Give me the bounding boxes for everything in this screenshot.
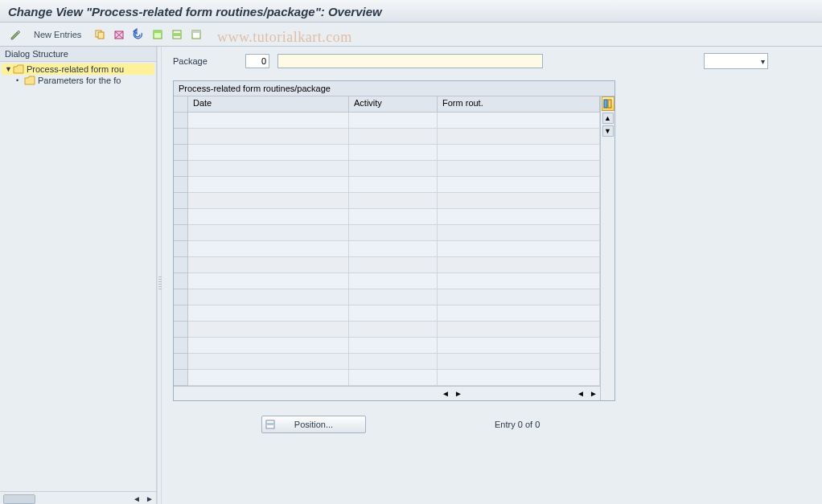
- cell-activity[interactable]: [349, 177, 438, 193]
- select-block-button[interactable]: [168, 26, 186, 43]
- scroll-up-icon[interactable]: ▲: [602, 113, 614, 124]
- table-row[interactable]: [174, 145, 600, 161]
- copy-as-button[interactable]: [91, 26, 109, 43]
- cell-form-rout[interactable]: [438, 273, 600, 289]
- table-row[interactable]: [174, 257, 600, 273]
- row-selector[interactable]: [174, 257, 188, 273]
- cell-date[interactable]: [188, 225, 349, 241]
- scroll-right-icon[interactable]: ►: [587, 389, 600, 398]
- table-row[interactable]: [174, 305, 600, 322]
- cell-date[interactable]: [188, 193, 349, 209]
- cell-form-rout[interactable]: [438, 209, 600, 225]
- table-row[interactable]: [174, 354, 600, 370]
- table-row[interactable]: [174, 241, 600, 257]
- package-name-input[interactable]: [277, 54, 543, 68]
- toggle-display-change-button[interactable]: [6, 26, 24, 43]
- cell-activity[interactable]: [349, 354, 438, 370]
- scroll-right-icon[interactable]: ►: [143, 494, 156, 503]
- row-selector-header[interactable]: [174, 96, 188, 113]
- cell-form-rout[interactable]: [438, 161, 600, 177]
- deselect-all-button[interactable]: [187, 26, 205, 43]
- row-selector[interactable]: [174, 338, 188, 354]
- cell-form-rout[interactable]: [438, 193, 600, 209]
- row-selector[interactable]: [174, 370, 188, 386]
- sidebar-horizontal-scrollbar[interactable]: ◄ ►: [0, 491, 156, 504]
- cell-form-rout[interactable]: [438, 113, 600, 129]
- scroll-right-icon[interactable]: ►: [452, 389, 465, 398]
- row-selector[interactable]: [174, 241, 188, 257]
- tree-item-parameters[interactable]: • Parameters for the fo: [2, 75, 154, 86]
- undo-change-button[interactable]: [129, 26, 147, 43]
- cell-activity[interactable]: [349, 145, 438, 161]
- row-selector[interactable]: [174, 113, 188, 129]
- cell-date[interactable]: [188, 322, 349, 338]
- cell-form-rout[interactable]: [438, 129, 600, 145]
- cell-date[interactable]: [188, 370, 349, 386]
- cell-date[interactable]: [188, 241, 349, 257]
- cell-date[interactable]: [188, 209, 349, 225]
- cell-form-rout[interactable]: [438, 289, 600, 305]
- table-row[interactable]: [174, 193, 600, 209]
- scroll-left-icon[interactable]: ◄: [574, 389, 587, 398]
- configure-columns-button[interactable]: [602, 96, 614, 111]
- table-row[interactable]: [174, 322, 600, 338]
- row-selector[interactable]: [174, 161, 188, 177]
- row-selector[interactable]: [174, 145, 188, 161]
- cell-activity[interactable]: [349, 193, 438, 209]
- scroll-down-icon[interactable]: ▼: [602, 125, 614, 137]
- table-row[interactable]: [174, 289, 600, 305]
- table-row[interactable]: [174, 129, 600, 145]
- row-selector[interactable]: [174, 273, 188, 289]
- package-number-input[interactable]: [245, 54, 269, 68]
- table-row[interactable]: [174, 370, 600, 386]
- cell-activity[interactable]: [349, 257, 438, 273]
- scroll-left-icon[interactable]: ◄: [130, 494, 143, 503]
- cell-activity[interactable]: [349, 225, 438, 241]
- cell-activity[interactable]: [349, 322, 438, 338]
- cell-activity[interactable]: [349, 113, 438, 129]
- tree-item-process-related[interactable]: ▼ Process-related form rou: [2, 64, 154, 75]
- cell-date[interactable]: [188, 257, 349, 273]
- row-selector[interactable]: [174, 129, 188, 145]
- cell-form-rout[interactable]: [438, 145, 600, 161]
- table-row[interactable]: [174, 209, 600, 225]
- cell-date[interactable]: [188, 129, 349, 145]
- cell-date[interactable]: [188, 145, 349, 161]
- row-selector[interactable]: [174, 225, 188, 241]
- cell-form-rout[interactable]: [438, 370, 600, 386]
- cell-form-rout[interactable]: [438, 257, 600, 273]
- cell-activity[interactable]: [349, 161, 438, 177]
- row-selector[interactable]: [174, 193, 188, 209]
- cell-form-rout[interactable]: [438, 177, 600, 193]
- cell-date[interactable]: [188, 273, 349, 289]
- cell-date[interactable]: [188, 113, 349, 129]
- cell-form-rout[interactable]: [438, 354, 600, 370]
- select-all-button[interactable]: [149, 26, 166, 43]
- new-entries-button[interactable]: New Entries: [29, 28, 86, 41]
- delete-button[interactable]: [110, 26, 128, 43]
- scroll-left-icon[interactable]: ◄: [439, 389, 452, 398]
- column-header-form-rout[interactable]: Form rout.: [438, 96, 600, 113]
- tree-expand-icon[interactable]: ▼: [5, 65, 13, 73]
- cell-activity[interactable]: [349, 370, 438, 386]
- row-selector[interactable]: [174, 354, 188, 370]
- cell-activity[interactable]: [349, 273, 438, 289]
- table-row[interactable]: [174, 225, 600, 241]
- cell-date[interactable]: [188, 354, 349, 370]
- table-horizontal-scrollbar[interactable]: ◄ ► ◄ ►: [174, 386, 600, 400]
- cell-form-rout[interactable]: [438, 305, 600, 322]
- cell-date[interactable]: [188, 305, 349, 322]
- cell-activity[interactable]: [349, 338, 438, 354]
- scrollbar-thumb[interactable]: [3, 494, 35, 504]
- column-header-date[interactable]: Date: [188, 96, 349, 113]
- cell-activity[interactable]: [349, 305, 438, 322]
- position-button[interactable]: Position...: [261, 416, 366, 433]
- cell-date[interactable]: [188, 161, 349, 177]
- splitter-handle[interactable]: [157, 47, 162, 504]
- table-row[interactable]: [174, 338, 600, 354]
- cell-form-rout[interactable]: [438, 338, 600, 354]
- cell-activity[interactable]: [349, 289, 438, 305]
- table-row[interactable]: [174, 177, 600, 193]
- table-row[interactable]: [174, 113, 600, 129]
- row-selector[interactable]: [174, 289, 188, 305]
